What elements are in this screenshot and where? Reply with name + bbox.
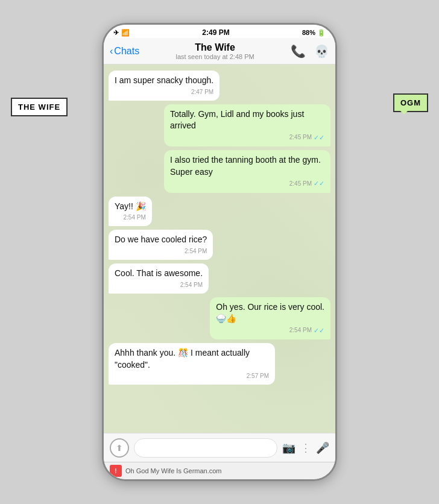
wife-label: THE WIFE — [11, 98, 68, 116]
nav-action-icons: 📞 💀 — [291, 44, 329, 58]
ogm-label: OGM — [393, 93, 428, 112]
battery-icon: 🔋 — [317, 29, 326, 37]
message-time: 2:54 PM — [180, 281, 203, 289]
upload-button[interactable]: ⬆ — [110, 438, 129, 458]
message-row: I am super snacky though. 2:47 PM — [109, 71, 330, 101]
nav-center: The Wife last seen today at 2:48 PM — [139, 42, 291, 60]
read-receipts: ✓✓ — [314, 326, 324, 335]
status-time: 2:49 PM — [202, 28, 229, 37]
message-meta: 2:47 PM — [115, 88, 213, 96]
message-text: Cool. That is awesome. — [115, 268, 203, 280]
microphone-icon[interactable]: 🎤 — [316, 441, 329, 455]
read-receipts: ✓✓ — [314, 133, 324, 142]
message-row: Oh yes. Our rice is very cool.🍚👍 2:54 PM… — [109, 297, 330, 340]
message-bubble-outgoing: Totally. Gym, Lidl and my books just arr… — [164, 104, 330, 147]
call-icon[interactable]: 📞 — [291, 44, 306, 58]
message-meta: 2:57 PM — [115, 372, 269, 380]
message-text: I am super snacky though. — [115, 75, 213, 87]
message-time: 2:57 PM — [247, 372, 269, 380]
status-left-icons: ✈ 📶 — [113, 29, 130, 37]
phone-frame: ✈ 📶 2:49 PM 88% 🔋 ‹ Chats The Wife last … — [102, 23, 337, 481]
message-time: 2:54 PM — [124, 213, 146, 222]
wifi-icon: 📶 — [121, 29, 130, 37]
message-row: I also tried the tanning booth at the gy… — [109, 150, 330, 193]
message-time: 2:54 PM — [185, 247, 207, 256]
message-bubble-incoming: Ahhh thank you. 🎊 I meant actually "cook… — [109, 343, 275, 385]
message-text: I also tried the tanning booth at the gy… — [170, 154, 324, 178]
message-meta: 2:54 PM ✓✓ — [216, 326, 324, 335]
message-row: Yay!! 🎉 2:54 PM — [109, 197, 330, 227]
message-bubble-incoming: Cool. That is awesome. 2:54 PM — [109, 263, 209, 294]
watermark-icon: ! — [110, 465, 122, 477]
message-text: Oh yes. Our rice is very cool.🍚👍 — [216, 301, 324, 325]
message-meta: 2:45 PM ✓✓ — [170, 133, 324, 142]
message-text: Yay!! 🎉 — [115, 201, 146, 213]
message-time: 2:45 PM — [289, 133, 312, 142]
message-time: 2:45 PM — [289, 180, 312, 188]
battery-percent: 88% — [302, 29, 315, 36]
message-meta: 2:45 PM ✓✓ — [170, 179, 324, 188]
message-text: Ahhh thank you. 🎊 I meant actually "cook… — [115, 347, 269, 371]
message-text: Totally. Gym, Lidl and my books just arr… — [170, 109, 324, 132]
message-bubble-outgoing: Oh yes. Our rice is very cool.🍚👍 2:54 PM… — [210, 297, 330, 340]
read-receipts: ✓✓ — [314, 179, 324, 188]
chat-title: The Wife — [139, 42, 291, 53]
watermark-text: Oh God My Wife Is German.com — [125, 467, 222, 474]
back-label: Chats — [114, 46, 139, 57]
message-row: Cool. That is awesome. 2:54 PM — [109, 263, 330, 294]
back-button[interactable]: ‹ Chats — [110, 46, 139, 57]
nav-bar: ‹ Chats The Wife last seen today at 2:48… — [104, 38, 335, 65]
chevron-left-icon: ‹ — [110, 46, 113, 57]
message-text: Do we have cooled rice? — [115, 234, 207, 246]
more-icon[interactable]: ⋮ — [300, 441, 311, 455]
input-bar: ⬆ 📷 ⋮ 🎤 — [104, 433, 335, 462]
message-row: Totally. Gym, Lidl and my books just arr… — [109, 104, 330, 147]
message-time: 2:47 PM — [191, 88, 213, 96]
message-bubble-incoming: Do we have cooled rice? 2:54 PM — [109, 230, 213, 260]
chat-subtitle: last seen today at 2:48 PM — [139, 53, 291, 60]
message-meta: 2:54 PM — [115, 213, 146, 222]
message-row: Ahhh thank you. 🎊 I meant actually "cook… — [109, 343, 330, 385]
message-meta: 2:54 PM — [115, 281, 203, 289]
airplane-icon: ✈ — [113, 29, 119, 37]
message-bubble-incoming: Yay!! 🎉 2:54 PM — [109, 197, 152, 227]
message-bubble-outgoing: I also tried the tanning booth at the gy… — [164, 150, 330, 193]
message-time: 2:54 PM — [289, 326, 312, 335]
message-row: Do we have cooled rice? 2:54 PM — [109, 230, 330, 260]
watermark-bar: ! Oh God My Wife Is German.com — [104, 462, 335, 479]
app-background: THE WIFE OGM ✈ 📶 2:49 PM 88% 🔋 ‹ Chats T… — [0, 0, 439, 504]
status-bar: ✈ 📶 2:49 PM 88% 🔋 — [104, 25, 335, 38]
message-bubble-incoming: I am super snacky though. 2:47 PM — [109, 71, 220, 101]
status-right-icons: 88% 🔋 — [302, 29, 326, 37]
chat-area: I am super snacky though. 2:47 PM Totall… — [104, 65, 335, 433]
camera-icon[interactable]: 📷 — [282, 441, 295, 455]
skull-icon[interactable]: 💀 — [314, 44, 329, 58]
message-input[interactable] — [134, 438, 277, 458]
message-meta: 2:54 PM — [115, 247, 207, 256]
